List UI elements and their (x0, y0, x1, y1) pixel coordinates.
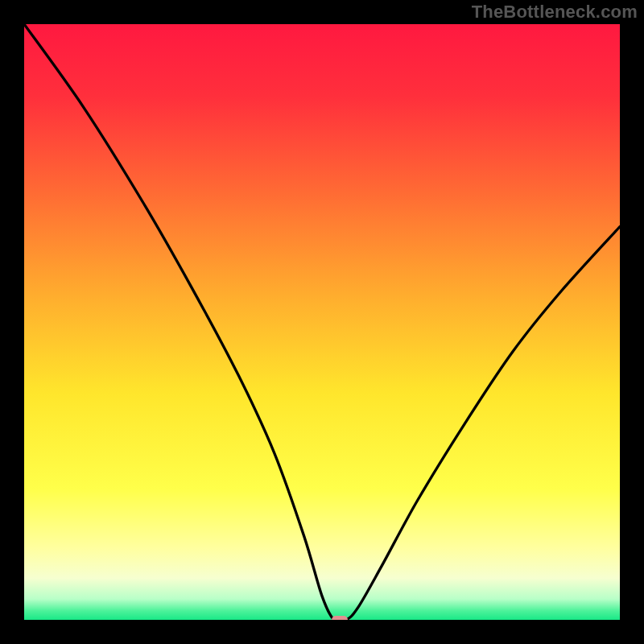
bottleneck-curve (24, 24, 620, 620)
plot-area (24, 24, 620, 620)
watermark-label: TheBottleneck.com (472, 2, 638, 23)
optimum-marker (332, 616, 348, 620)
chart-frame: TheBottleneck.com (0, 0, 644, 644)
